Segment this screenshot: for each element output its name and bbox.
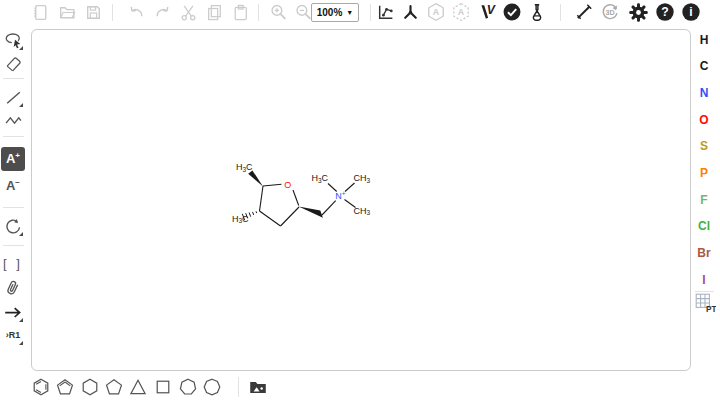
save-button[interactable] [81,0,105,24]
benzene-icon [31,377,51,397]
periodic-table-button[interactable]: PT [693,291,717,315]
paperclip-icon [3,278,23,298]
bond-c4-c3 [260,211,281,226]
zoom-out-icon [294,3,313,22]
new-document-icon [31,3,50,22]
template-cycloheptane-button[interactable] [176,375,200,399]
chain-button[interactable] [1,107,25,131]
template-cyclopropane-button[interactable] [126,375,150,399]
bond-ch2-n [322,201,336,215]
zoom-level-dropdown[interactable]: 100% ▼ [311,3,359,22]
bond-single-button[interactable] [1,85,25,109]
atom-label-n-methyl-bottomright[interactable]: CH3 [354,206,371,217]
aromatize-icon: A [426,2,446,22]
atom-button-h[interactable]: H [693,30,715,50]
atom-label-nitrogen[interactable]: N+ [335,190,346,202]
3d-rotate-button[interactable]: 3D [598,0,622,24]
atom-label-methyl-top[interactable]: H3C [236,162,253,173]
about-button[interactable]: i [679,0,703,24]
toolbar-divider [258,4,259,21]
svg-text:?: ? [661,5,668,19]
molecule-editor-app: 100% ▼ A A V [0,0,720,400]
copy-icon [205,3,224,22]
template-cyclobutane-button[interactable] [151,375,175,399]
erase-button[interactable] [1,51,25,75]
chain-icon [4,110,23,129]
atom-button-o[interactable]: O [693,110,715,130]
help-button[interactable]: ? [653,0,677,24]
toolbar-divider [370,4,371,21]
cut-button[interactable] [176,0,200,24]
check-structure-button[interactable] [500,0,524,24]
3d-viewer-button[interactable] [572,0,596,24]
bond-c5-o [263,184,282,186]
dearomatize-icon: A [451,2,471,22]
layout-icon [376,3,395,22]
check-structure-icon [502,2,522,22]
molecule-structure[interactable]: O N+ H3C H3C H3C CH3 CH3 [210,150,390,240]
atom-button-p[interactable]: P [693,163,715,183]
transform-rotate-button[interactable] [1,214,25,238]
clean-up-button[interactable] [398,0,422,24]
select-lasso-button[interactable] [1,28,25,52]
rgroup-button[interactable]: ›R1 [1,323,25,347]
svg-text:i: i [689,5,692,19]
atom-button-n[interactable]: N [693,83,715,103]
atom-label-oxygen[interactable]: O [284,180,291,190]
periodic-table-icon: PT [694,292,716,314]
copy-button[interactable] [202,0,226,24]
wedge-bond-c5-methyl [248,170,263,186]
cyclohexane-icon [80,377,100,397]
submenu-corner-indicator [19,46,23,50]
aromatize-button[interactable]: A [424,0,448,24]
atom-label-n-methyl-topleft[interactable]: H3C [311,173,328,184]
dearomatize-button[interactable]: A [449,0,473,24]
calculate-cip-button[interactable]: V [475,0,499,24]
undo-button[interactable] [124,0,148,24]
template-benzene-button[interactable] [29,375,53,399]
new-document-button[interactable] [28,0,52,24]
template-cyclopentadiene-button[interactable] [53,375,77,399]
atom-label-methyl-left[interactable]: H3C [232,214,249,225]
paste-icon [231,3,250,22]
atom-button-c[interactable]: C [693,56,715,76]
paste-button[interactable] [228,0,252,24]
redo-button[interactable] [150,0,174,24]
atom-button-i[interactable]: I [693,270,715,290]
charge-plus-button[interactable]: A+ [1,147,25,171]
template-library-button[interactable] [246,375,270,399]
template-cyclohexane-button[interactable] [78,375,102,399]
atom-button-br[interactable]: Br [693,243,715,263]
template-library-icon [248,377,268,397]
charge-plus-icon: A+ [6,152,20,165]
bracket-button[interactable]: [ ] [1,251,25,275]
undo-icon [127,3,146,22]
atom-button-cl[interactable]: Cl [693,216,715,236]
open-button[interactable] [55,0,79,24]
atom-label-n-methyl-topright[interactable]: CH3 [354,173,371,184]
zoom-in-button[interactable] [266,0,290,24]
toolbar-divider [560,4,561,21]
submenu-corner-indicator [19,318,23,322]
layout-button[interactable] [373,0,397,24]
save-icon [84,3,103,22]
reaction-arrow-button[interactable] [1,300,25,324]
template-cyclopentane-button[interactable] [102,375,126,399]
3d-viewer-icon [574,2,594,22]
atom-button-s[interactable]: S [693,136,715,156]
atom-button-f[interactable]: F [693,190,715,210]
cyclopentane-icon [104,377,124,397]
calculated-values-button[interactable] [525,0,549,24]
calculated-values-icon [527,2,547,22]
settings-button[interactable] [626,0,650,24]
redo-icon [153,3,172,22]
bond-c3-c2 [281,207,300,226]
open-icon [58,3,77,22]
submenu-corner-indicator [19,341,23,345]
calculate-cip-icon: V [477,2,497,22]
charge-minus-button[interactable]: A− [1,174,25,198]
charge-minus-icon: A− [6,179,20,192]
bond-c5-c4 [260,186,264,211]
attach-point-button[interactable] [1,276,25,300]
template-cyclooctane-button[interactable] [200,375,224,399]
